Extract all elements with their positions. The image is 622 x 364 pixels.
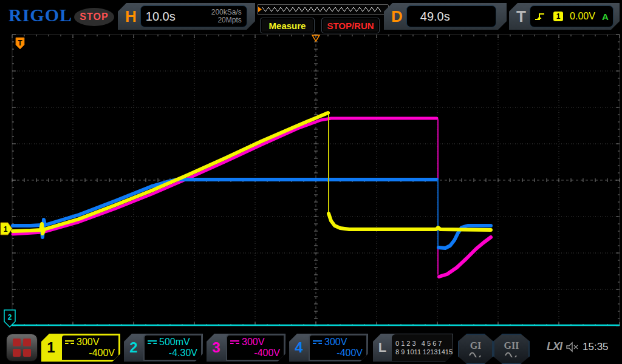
channel-1-scale: 300V [77, 337, 99, 348]
generator-1-button[interactable]: GI [458, 334, 493, 364]
generator-2-button[interactable]: GII [493, 334, 530, 364]
dc-coupling-icon [148, 340, 157, 345]
channel-3-scale: 300V [242, 337, 264, 348]
oscilloscope-screen: RIGOL STOP H 10.0s 200kSa/s 20Mpts Measu… [0, 0, 622, 364]
channel-4-scale: 300V [324, 337, 347, 348]
lxi-indicator: LXI [547, 340, 562, 353]
logic-row-8-15: 8 9 1011 12131415 [395, 348, 453, 356]
logic-row-0-7: 0 1 2 3 4 5 6 7 [395, 339, 453, 348]
trace-ch1-ramp [13, 113, 328, 234]
channel-2-offset: -4.30V [148, 348, 197, 359]
sine-wave-icon [505, 350, 518, 357]
channel-2-panel[interactable]: 2 500mV -4.30V [124, 334, 203, 362]
generator-1-label: GI [470, 341, 482, 350]
menu-grid-icon [13, 339, 31, 357]
channel-3-number: 3 [207, 334, 226, 362]
status-indicators: LXI 15:35 [547, 340, 609, 353]
logic-label: L [373, 334, 392, 362]
channel-1-panel[interactable]: 1 300V -400V [41, 334, 120, 362]
channel-1-offset: -400V [65, 348, 115, 359]
channel-2-number: 2 [124, 334, 143, 362]
channel-1-number: 1 [41, 334, 61, 362]
channel-3-panel[interactable]: 3 300V -400V [207, 334, 285, 362]
dc-coupling-icon [230, 340, 239, 345]
svg-text:2: 2 [8, 313, 12, 322]
clock: 15:35 [583, 341, 609, 353]
logic-channels-panel[interactable]: L 0 1 2 3 4 5 6 7 8 9 1011 12131415 [373, 334, 453, 362]
speaker-muted-icon [566, 342, 579, 352]
channel-4-panel[interactable]: 4 300V -400V [289, 334, 368, 362]
generator-2-label: GII [504, 341, 519, 350]
bottom-status-bar: 1 300V -400V 2 500mV -4.30V 3 300V -400V [0, 332, 622, 364]
channel-3-offset: -400V [230, 348, 280, 359]
sine-wave-icon [469, 350, 482, 357]
trace-ch3-recover [439, 237, 491, 277]
channel-2-scale: 500mV [159, 337, 190, 348]
dc-coupling-icon [313, 340, 322, 345]
channel-4-offset: -400V [313, 348, 363, 359]
menu-button[interactable] [6, 334, 38, 362]
waveform-display-area[interactable]: T12 [0, 0, 622, 332]
channel-4-number: 4 [289, 334, 309, 362]
dc-coupling-icon [65, 340, 74, 345]
svg-text:1: 1 [4, 225, 8, 234]
svg-text:T: T [18, 39, 22, 47]
